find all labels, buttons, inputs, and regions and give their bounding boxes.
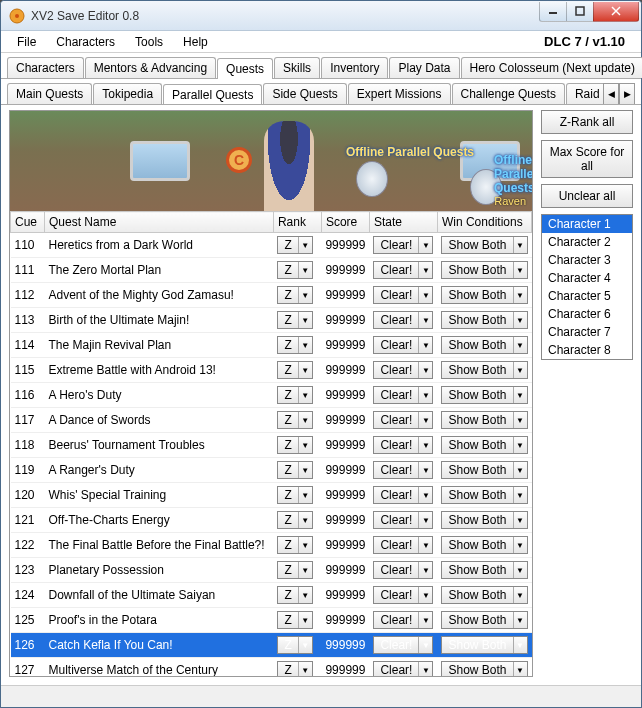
menu-file[interactable]: File (7, 33, 46, 51)
table-row[interactable]: 125Proof's in the PotaraZ▼999999Clear!▼S… (11, 608, 532, 633)
win-dropdown[interactable]: Show Both▼ (441, 261, 527, 279)
tab-mentors[interactable]: Mentors & Advancing (85, 57, 216, 78)
state-dropdown[interactable]: Clear!▼ (373, 536, 433, 554)
tab-characters[interactable]: Characters (7, 57, 84, 78)
character-list-item[interactable]: Character 3 (542, 251, 632, 269)
chevron-down-icon[interactable]: ▼ (298, 237, 312, 253)
win-dropdown[interactable]: Show Both▼ (441, 386, 527, 404)
chevron-down-icon[interactable]: ▼ (418, 387, 432, 403)
menu-help[interactable]: Help (173, 33, 218, 51)
rank-dropdown[interactable]: Z▼ (277, 611, 312, 629)
cell-score[interactable]: 999999 (321, 483, 369, 508)
chevron-down-icon[interactable]: ▼ (513, 287, 527, 303)
win-dropdown[interactable]: Show Both▼ (441, 536, 527, 554)
chevron-down-icon[interactable]: ▼ (298, 412, 312, 428)
cell-score[interactable]: 999999 (321, 258, 369, 283)
win-dropdown[interactable]: Show Both▼ (441, 661, 527, 676)
chevron-down-icon[interactable]: ▼ (298, 562, 312, 578)
chevron-down-icon[interactable]: ▼ (298, 287, 312, 303)
cell-score[interactable]: 999999 (321, 633, 369, 658)
state-dropdown[interactable]: Clear!▼ (373, 361, 433, 379)
table-row[interactable]: 124Downfall of the Ultimate SaiyanZ▼9999… (11, 583, 532, 608)
chevron-down-icon[interactable]: ▼ (298, 262, 312, 278)
state-dropdown[interactable]: Clear!▼ (373, 461, 433, 479)
win-dropdown[interactable]: Show Both▼ (441, 636, 527, 654)
character-list-item[interactable]: Character 4 (542, 269, 632, 287)
chevron-down-icon[interactable]: ▼ (418, 587, 432, 603)
cell-score[interactable]: 999999 (321, 558, 369, 583)
col-state[interactable]: State (369, 212, 437, 233)
quest-grid[interactable]: Cue Quest Name Rank Score State Win Cond… (10, 211, 532, 676)
chevron-down-icon[interactable]: ▼ (418, 512, 432, 528)
chevron-down-icon[interactable]: ▼ (418, 412, 432, 428)
chevron-down-icon[interactable]: ▼ (513, 637, 527, 653)
win-dropdown[interactable]: Show Both▼ (441, 586, 527, 604)
chevron-down-icon[interactable]: ▼ (298, 512, 312, 528)
chevron-down-icon[interactable]: ▼ (298, 587, 312, 603)
chevron-down-icon[interactable]: ▼ (418, 362, 432, 378)
win-dropdown[interactable]: Show Both▼ (441, 461, 527, 479)
table-row[interactable]: 110Heretics from a Dark WorldZ▼999999Cle… (11, 233, 532, 258)
table-row[interactable]: 119A Ranger's DutyZ▼999999Clear!▼Show Bo… (11, 458, 532, 483)
col-cue[interactable]: Cue (11, 212, 45, 233)
rank-dropdown[interactable]: Z▼ (277, 461, 312, 479)
state-dropdown[interactable]: Clear!▼ (373, 411, 433, 429)
titlebar[interactable]: XV2 Save Editor 0.8 (1, 1, 641, 31)
tab-scroll-right[interactable]: ▶ (619, 83, 635, 104)
cell-score[interactable]: 999999 (321, 433, 369, 458)
win-dropdown[interactable]: Show Both▼ (441, 611, 527, 629)
cell-score[interactable]: 999999 (321, 508, 369, 533)
chevron-down-icon[interactable]: ▼ (418, 237, 432, 253)
chevron-down-icon[interactable]: ▼ (418, 337, 432, 353)
win-dropdown[interactable]: Show Both▼ (441, 286, 527, 304)
character-list-item[interactable]: Character 6 (542, 305, 632, 323)
cell-score[interactable]: 999999 (321, 383, 369, 408)
table-row[interactable]: 115Extreme Battle with Android 13!Z▼9999… (11, 358, 532, 383)
chevron-down-icon[interactable]: ▼ (513, 362, 527, 378)
character-list-item[interactable]: Character 2 (542, 233, 632, 251)
tab-skills[interactable]: Skills (274, 57, 320, 78)
subtab-parallel[interactable]: Parallel Quests (163, 84, 262, 104)
close-button[interactable] (593, 2, 639, 22)
chevron-down-icon[interactable]: ▼ (418, 537, 432, 553)
chevron-down-icon[interactable]: ▼ (418, 662, 432, 676)
chevron-down-icon[interactable]: ▼ (298, 612, 312, 628)
character-list-item[interactable]: Character 7 (542, 323, 632, 341)
rank-dropdown[interactable]: Z▼ (277, 511, 312, 529)
subtab-side[interactable]: Side Quests (263, 83, 346, 104)
rank-dropdown[interactable]: Z▼ (277, 486, 312, 504)
win-dropdown[interactable]: Show Both▼ (441, 236, 527, 254)
cell-score[interactable]: 999999 (321, 358, 369, 383)
table-row[interactable]: 120Whis' Special TrainingZ▼999999Clear!▼… (11, 483, 532, 508)
state-dropdown[interactable]: Clear!▼ (373, 236, 433, 254)
chevron-down-icon[interactable]: ▼ (513, 262, 527, 278)
state-dropdown[interactable]: Clear!▼ (373, 661, 433, 676)
rank-dropdown[interactable]: Z▼ (277, 311, 312, 329)
chevron-down-icon[interactable]: ▼ (418, 612, 432, 628)
chevron-down-icon[interactable]: ▼ (418, 462, 432, 478)
table-row[interactable]: 123Planetary PossessionZ▼999999Clear!▼Sh… (11, 558, 532, 583)
rank-dropdown[interactable]: Z▼ (277, 386, 312, 404)
table-row[interactable]: 126Catch Kefla If You Can!Z▼999999Clear!… (11, 633, 532, 658)
win-dropdown[interactable]: Show Both▼ (441, 361, 527, 379)
character-list[interactable]: Character 1Character 2Character 3Charact… (541, 214, 633, 360)
cell-score[interactable]: 999999 (321, 283, 369, 308)
max-score-button[interactable]: Max Score for all (541, 140, 633, 178)
maximize-button[interactable] (566, 2, 594, 22)
chevron-down-icon[interactable]: ▼ (418, 562, 432, 578)
state-dropdown[interactable]: Clear!▼ (373, 261, 433, 279)
win-dropdown[interactable]: Show Both▼ (441, 411, 527, 429)
win-dropdown[interactable]: Show Both▼ (441, 436, 527, 454)
state-dropdown[interactable]: Clear!▼ (373, 636, 433, 654)
chevron-down-icon[interactable]: ▼ (298, 637, 312, 653)
rank-dropdown[interactable]: Z▼ (277, 636, 312, 654)
table-row[interactable]: 112Advent of the Mighty God Zamasu!Z▼999… (11, 283, 532, 308)
menu-characters[interactable]: Characters (46, 33, 125, 51)
table-row[interactable]: 122The Final Battle Before the Final Bat… (11, 533, 532, 558)
zrank-all-button[interactable]: Z-Rank all (541, 110, 633, 134)
table-row[interactable]: 118Beerus' Tournament TroublesZ▼999999Cl… (11, 433, 532, 458)
cell-score[interactable]: 999999 (321, 233, 369, 258)
character-list-item[interactable]: Character 5 (542, 287, 632, 305)
chevron-down-icon[interactable]: ▼ (513, 487, 527, 503)
win-dropdown[interactable]: Show Both▼ (441, 486, 527, 504)
